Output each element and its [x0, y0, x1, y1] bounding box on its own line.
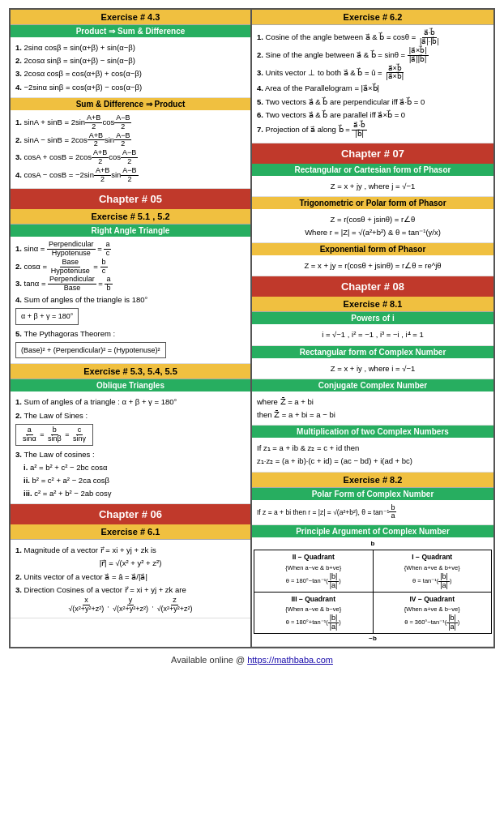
- angle-sum-box: α + β + γ = 180°: [15, 308, 79, 324]
- ex43-title: Product ⇒ Sum & Difference: [11, 25, 250, 37]
- polar-complex-content: If z = a + bi then r = |z| = √(a²+b²), θ…: [252, 500, 493, 526]
- ex53-header: Exercise # 5.3, 5.4, 5.5: [11, 364, 250, 379]
- main-container: Exercise # 4.3 Product ⇒ Sum & Differenc…: [9, 8, 495, 648]
- rect-complex-title: Rectangular form of Complex Number: [252, 346, 493, 358]
- right-angle-content: 1. sinα = PerpendicularHypotenuse = ac 2…: [11, 237, 250, 365]
- b-bottom-label: −b: [254, 634, 492, 644]
- rect-complex-content: Z = x + iy , where i = √−1: [252, 358, 493, 379]
- trig-phasor-title: Trigonometric or Polar form of Phasor: [252, 197, 493, 209]
- ch06-content: 1. Magnitude of a vector r⃗ = xi + yj + …: [11, 540, 250, 618]
- q2-cell: II − Quadrant {When a−ve & b+ve} θ = 180…: [254, 550, 374, 592]
- ex61-header: Exercise # 6.1: [11, 524, 250, 540]
- trig-phasor-content: Z = r(cosθ + jsinθ) = r∠θ Where r = |Z| …: [252, 209, 493, 243]
- ch06-header: Chapter # 06: [11, 504, 250, 524]
- b-top-label: b: [254, 539, 492, 550]
- right-column: Exercise # 6.2 1. Cosine of the angle be…: [252, 10, 493, 647]
- oblique-content: 1. Sum of angles of a triangle : α + β +…: [11, 391, 250, 504]
- left-column: Exercise # 4.3 Product ⇒ Sum & Differenc…: [11, 10, 252, 647]
- mult-title: Multiplication of two Complex Numbers: [252, 426, 493, 438]
- q4-cell: IV − Quadrant {When a+ve & b−ve} θ = 360…: [373, 592, 492, 633]
- ex82-header: Exercise # 8.2: [252, 473, 493, 488]
- ex43-header: Exercise # 4.3: [11, 10, 250, 25]
- ch05-header: Chapter # 05: [11, 189, 250, 209]
- sum-diff-header: Sum & Difference ⇒ Product: [11, 98, 250, 110]
- rect-phasor-content: Z = x + jy , where j = √−1: [252, 176, 493, 197]
- rect-phasor-title: Rectangular or Cartesian form of Phasor: [252, 164, 493, 176]
- conjugate-title: Conjugate Complex Number: [252, 379, 493, 391]
- ch07-header: Chapter # 07: [252, 143, 493, 164]
- powers-content: i = √−1 , i² = −1 , i³ = −i , i⁴ = 1: [252, 324, 493, 345]
- ex62-header: Exercise # 6.2: [252, 10, 493, 25]
- principle-arg-content: b II − Quadrant {When a−ve & b+ve} θ = 1…: [252, 537, 493, 646]
- ex81-header: Exercise # 8.1: [252, 297, 493, 312]
- ex43-content: 1. 2sinα cosβ = sin(α+β) + sin(α−β) 2. 2…: [11, 37, 250, 98]
- q1-cell: I − Quadrant {When a+ve & b+ve} θ = tan⁻…: [373, 550, 492, 592]
- powers-title: Powers of i: [252, 312, 493, 324]
- sum-diff-content: 1. sinA + sinB = 2sinA+B2cosA−B2 2. sinA…: [11, 110, 250, 189]
- exp-phasor-content: Z = x + jy = r(cosθ + jsinθ) = r∠θ = re^…: [252, 255, 493, 276]
- oblique-title: Oblique Triangles: [11, 379, 250, 391]
- right-angle-title: Right Angle Triangle: [11, 225, 250, 237]
- ch08-header: Chapter # 08: [252, 276, 493, 297]
- principle-arg-title: Principle Argument of Complex Number: [252, 525, 493, 537]
- polar-complex-title: Polar Form of Complex Number: [252, 488, 493, 500]
- mult-content: If z₁ = a + ib & z₂ = c + id then z₁·z₂ …: [252, 438, 493, 472]
- quadrant-table: II − Quadrant {When a−ve & b+ve} θ = 180…: [254, 550, 492, 634]
- ex51-52-header: Exercise # 5.1 , 5.2: [11, 209, 250, 225]
- exp-phasor-title: Exponential form of Phasor: [252, 243, 493, 255]
- conjugate-content: where Z̄ = a + bi then Z̄ = a + bi = a −…: [252, 391, 493, 426]
- footnote-link[interactable]: https://mathbaba.com: [247, 655, 333, 665]
- footnote: Available online @ https://mathbaba.com: [171, 655, 333, 665]
- pythagoras-box: (Base)² + (Perpendicular)² = (Hypotenuse…: [15, 342, 166, 358]
- ex62-content: 1. Cosine of the angle between a⃗ & b⃗ =…: [252, 25, 493, 143]
- q3-cell: III − Quadrant {When a−ve & b−ve} θ = 18…: [254, 592, 374, 633]
- law-sines-box: asinα = bsinβ = csinγ: [15, 424, 93, 446]
